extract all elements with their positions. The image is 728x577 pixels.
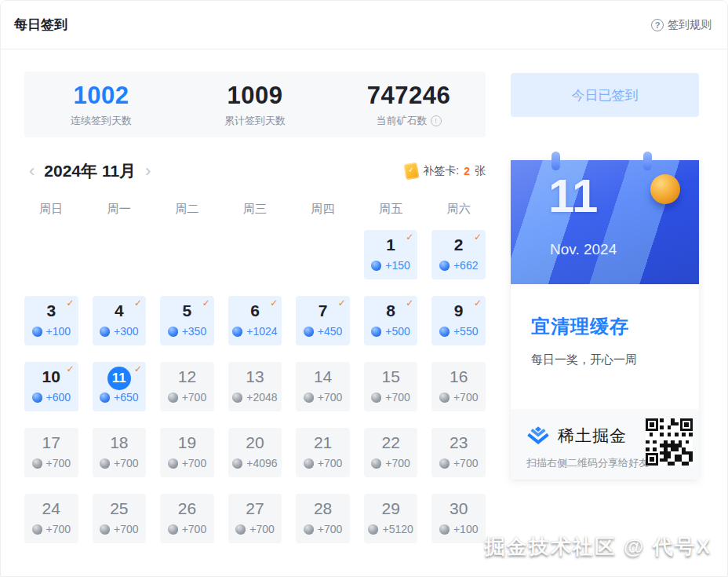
weekday-header-row: 周日 周一 周二 周三 周四 周五 周六	[24, 202, 486, 217]
weekday-label: 周四	[296, 202, 350, 217]
day-number: 18	[110, 434, 128, 451]
day-number: 22	[381, 434, 399, 451]
weekday-label: 周二	[160, 202, 214, 217]
day-points: +700	[168, 391, 207, 404]
calendar-day-cell[interactable]: ✓11+650	[93, 362, 147, 411]
calendar-day-cell[interactable]: ✓9+550	[431, 296, 486, 345]
ore-icon	[371, 327, 381, 337]
day-number: 4	[115, 302, 124, 320]
stat-consecutive-days: 1002 连续签到天数	[24, 82, 178, 128]
calendar-day-cell[interactable]: ✓2+662	[431, 230, 486, 279]
ore-icon	[371, 458, 381, 469]
next-month-button[interactable]: ›	[140, 163, 155, 180]
makeup-card-entry[interactable]: 补签卡: 2 张	[405, 163, 486, 179]
day-number: 16	[450, 368, 468, 385]
ore-icon	[168, 458, 178, 469]
day-points: +100	[32, 325, 71, 338]
calendar-day-cell[interactable]: 27+700	[228, 494, 282, 543]
day-number: 6	[250, 302, 260, 320]
calendar-day-cell[interactable]: 13+2048	[228, 362, 282, 411]
ore-icon	[100, 327, 110, 337]
ore-icon	[232, 458, 242, 469]
day-number: 26	[178, 500, 196, 517]
prev-month-button[interactable]: ‹	[24, 163, 39, 180]
ore-icon	[368, 524, 378, 535]
info-icon[interactable]: !	[431, 115, 442, 126]
checked-in-today-button[interactable]: 今日已签到	[511, 73, 699, 117]
day-points: +700	[439, 457, 479, 469]
calendar-day-cell[interactable]: 14+700	[296, 362, 350, 411]
ore-icon	[304, 393, 314, 403]
day-points: +650	[100, 391, 139, 404]
ore-icon	[232, 393, 242, 403]
day-points: +700	[304, 457, 343, 469]
ore-icon	[304, 458, 314, 469]
day-number: 11	[107, 368, 131, 390]
calendar-day-cell[interactable]: 23+700	[431, 428, 486, 477]
day-points: +450	[304, 325, 343, 338]
calendar-day-cell[interactable]: 17+700	[24, 428, 78, 477]
day-number: 15	[381, 368, 399, 385]
calendar-day-cell[interactable]: 28+700	[296, 494, 350, 543]
calendar-day-cell[interactable]: ✓3+100	[24, 296, 78, 345]
day-points: +1024	[232, 325, 277, 338]
calendar-day-cell[interactable]: ✓5+350	[160, 296, 214, 345]
day-number: 28	[314, 500, 332, 517]
checked-icon: ✓	[270, 298, 278, 309]
calendar-day-cell[interactable]: 18+700	[93, 428, 147, 477]
day-number: 29	[381, 500, 399, 517]
ore-icon	[371, 393, 381, 403]
checked-icon: ✓	[134, 298, 142, 309]
ore-icon	[439, 327, 450, 337]
stats-panel: 1002 连续签到天数 1009 累计签到天数 747246 当前矿石数 !	[24, 71, 486, 137]
calendar-grid: ✓1+150✓2+662✓3+100✓4+300✓5+350✓6+1024✓7+…	[24, 230, 486, 543]
calendar-day-cell[interactable]: ✓7+450	[296, 296, 350, 345]
calendar-day-cell[interactable]: 19+700	[160, 428, 214, 477]
weekday-label: 周六	[431, 202, 486, 217]
calendar-day-cell[interactable]: ✓8+500	[364, 296, 418, 345]
checked-icon: ✓	[134, 363, 142, 374]
ore-icon	[168, 524, 178, 535]
day-number: 24	[42, 500, 60, 517]
ore-icon	[439, 458, 450, 469]
day-number: 3	[46, 302, 56, 320]
ore-icon	[371, 261, 381, 271]
calendar-day-cell[interactable]: 22+700	[364, 428, 418, 477]
day-number: 27	[246, 500, 264, 517]
calendar-day-cell[interactable]: 24+700	[24, 494, 78, 543]
calendar-day-cell[interactable]: 16+700	[431, 362, 486, 411]
orange-ball-decoration	[650, 174, 680, 204]
day-number: 20	[246, 434, 264, 451]
calendar-day-cell[interactable]: 30+100	[431, 494, 486, 543]
ore-icon	[32, 327, 42, 337]
checkin-rules-link[interactable]: ? 签到规则	[651, 18, 712, 32]
calendar-day-cell[interactable]: 21+700	[296, 428, 350, 477]
calendar-day-cell[interactable]: 26+700	[160, 494, 214, 543]
weekday-label: 周三	[228, 202, 282, 217]
makeup-count: 2	[464, 165, 470, 177]
daily-checkin-page: 每日签到 ? 签到规则 1002 连续签到天数 1009 累计签到天数 7472…	[0, 0, 728, 577]
calendar-day-cell[interactable]: 12+700	[160, 362, 214, 411]
ore-icon	[100, 524, 110, 535]
calendar-day-cell[interactable]: ✓4+300	[93, 296, 147, 345]
checked-icon: ✓	[202, 298, 210, 309]
calendar-day-cell[interactable]: ✓1+150	[364, 230, 418, 279]
day-points: +700	[304, 391, 343, 404]
stat-ore-count: 747246 当前矿石数 !	[332, 82, 486, 128]
calendar-day-cell[interactable]: 20+4096	[228, 428, 282, 477]
rules-label: 签到规则	[668, 18, 712, 32]
stat-label: 累计签到天数	[224, 114, 286, 128]
calendar-day-cell[interactable]: ✓6+1024	[228, 296, 282, 345]
question-circle-icon: ?	[651, 19, 664, 31]
daily-date-card: 11 Nov. 2024 宜清理缓存 每日一奖，开心一周 稀土掘金 扫描右侧二维…	[511, 160, 699, 480]
month-label: 2024年 11月	[44, 160, 136, 182]
calendar-day-cell[interactable]: 29+5120	[364, 494, 418, 543]
stat-total-days: 1009 累计签到天数	[178, 82, 332, 128]
calendar-day-cell[interactable]: 25+700	[93, 494, 147, 543]
page-title: 每日签到	[14, 16, 67, 34]
ore-icon	[168, 393, 178, 403]
calendar-day-cell[interactable]: ✓10+600	[24, 362, 78, 411]
day-number: 21	[314, 434, 332, 451]
calendar-day-cell[interactable]: 15+700	[364, 362, 418, 411]
day-points: +700	[168, 457, 207, 469]
